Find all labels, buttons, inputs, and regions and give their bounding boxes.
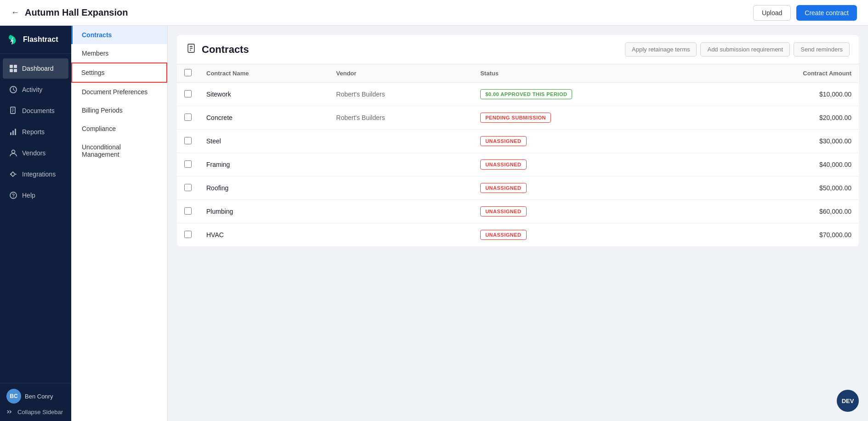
status-cell: UNASSIGNED: [473, 176, 715, 200]
help-icon: [9, 191, 17, 199]
sidebar-item-vendors[interactable]: Vendors: [3, 143, 68, 163]
row-checkbox-2[interactable]: [184, 137, 192, 144]
logo: Flashtract: [0, 26, 71, 54]
table-row[interactable]: FramingUNASSIGNED$40,000.00: [177, 153, 859, 176]
status-badge: UNASSIGNED: [480, 183, 526, 193]
submenu-item-unconditional-management[interactable]: Unconditional Management: [71, 138, 167, 164]
status-cell: PENDING SUBMISSION: [473, 106, 715, 130]
collapse-label: Collapse Sidebar: [17, 409, 63, 415]
row-checkbox-4[interactable]: [184, 184, 192, 191]
sidebar-item-label-integrations: Integrations: [22, 171, 56, 178]
sidebar-item-integrations[interactable]: Integrations: [3, 164, 68, 184]
vendor-cell: [329, 153, 473, 176]
table-row[interactable]: RoofingUNASSIGNED$50,000.00: [177, 176, 859, 200]
vendor-cell: [329, 200, 473, 223]
contract-name-cell: HVAC: [199, 223, 329, 247]
contract-name-cell: Roofing: [199, 176, 329, 200]
status-cell: UNASSIGNED: [473, 200, 715, 223]
submenu-item-billing-periods[interactable]: Billing Periods: [71, 101, 167, 119]
sidebar-item-dashboard[interactable]: Dashboard: [3, 58, 68, 79]
status-header: Status: [473, 64, 715, 83]
table-row[interactable]: ConcreteRobert's BuildersPENDING SUBMISS…: [177, 106, 859, 130]
collapse-sidebar-button[interactable]: Collapse Sidebar: [6, 408, 65, 415]
contract-name-cell: Framing: [199, 153, 329, 176]
send-reminders-button[interactable]: Send reminders: [794, 42, 850, 57]
upload-button[interactable]: Upload: [753, 5, 791, 21]
contracts-table: Contract Name Vendor Status Contract Amo…: [177, 64, 859, 247]
submenu-panel: Contracts Members Settings Document Pref…: [71, 26, 168, 421]
sidebar-item-activity[interactable]: Activity: [3, 80, 68, 100]
vendor-cell: Robert's Builders: [329, 106, 473, 130]
top-header: ← Autumn Hall Expansion Upload Create co…: [0, 0, 868, 26]
contracts-actions: Apply retainage terms Add submission req…: [625, 42, 850, 57]
contract-name-cell: Plumbing: [199, 200, 329, 223]
status-badge: UNASSIGNED: [480, 159, 526, 170]
status-badge: PENDING SUBMISSION: [480, 113, 551, 123]
sidebar-item-documents[interactable]: Documents: [3, 101, 68, 121]
amount-cell: $50,000.00: [715, 176, 859, 200]
contracts-title-row: Contracts: [186, 43, 249, 56]
dev-badge[interactable]: DEV: [837, 390, 859, 412]
amount-cell: $20,000.00: [715, 106, 859, 130]
sidebar: Flashtract Dashboard Activity: [0, 26, 71, 421]
apply-retainage-button[interactable]: Apply retainage terms: [625, 42, 697, 57]
amount-cell: $40,000.00: [715, 153, 859, 176]
header-right: Upload Create contract: [753, 5, 857, 21]
contract-name-header: Contract Name: [199, 64, 329, 83]
amount-cell: $70,000.00: [715, 223, 859, 247]
avatar: BC: [6, 389, 21, 404]
status-badge: UNASSIGNED: [480, 206, 526, 216]
contracts-page-icon: [186, 43, 197, 56]
row-checkbox-5[interactable]: [184, 207, 192, 215]
status-badge: $0.00 APPROVED THIS PERIOD: [480, 89, 572, 99]
sidebar-item-label-reports: Reports: [22, 128, 45, 136]
dashboard-icon: [9, 64, 17, 73]
contract-name-cell: Steel: [199, 130, 329, 153]
vendor-header: Vendor: [329, 64, 473, 83]
svg-point-12: [12, 150, 15, 154]
status-badge: UNASSIGNED: [480, 230, 526, 240]
submenu-item-settings[interactable]: Settings: [71, 63, 167, 83]
sidebar-item-reports[interactable]: Reports: [3, 122, 68, 142]
svg-rect-2: [10, 69, 13, 72]
svg-rect-9: [10, 132, 11, 135]
user-name: Ben Conry: [25, 393, 53, 400]
submenu-item-document-preferences[interactable]: Document Preferences: [71, 83, 167, 101]
sidebar-item-label-help: Help: [22, 192, 35, 199]
create-contract-button[interactable]: Create contract: [796, 5, 857, 21]
status-cell: UNASSIGNED: [473, 223, 715, 247]
status-cell: UNASSIGNED: [473, 130, 715, 153]
contract-name-cell: Concrete: [199, 106, 329, 130]
amount-header: Contract Amount: [715, 64, 859, 83]
row-checkbox-0[interactable]: [184, 90, 192, 97]
submenu-item-members[interactable]: Members: [71, 44, 167, 63]
integrations-icon: [9, 170, 17, 178]
vendor-cell: [329, 176, 473, 200]
svg-rect-0: [10, 65, 13, 68]
add-submission-button[interactable]: Add submission requirement: [700, 42, 790, 57]
contract-name-cell: Sitework: [199, 83, 329, 106]
svg-point-16: [13, 197, 14, 198]
main-content: Contracts Apply retainage terms Add subm…: [168, 26, 868, 421]
select-all-checkbox[interactable]: [184, 69, 192, 76]
table-row[interactable]: PlumbingUNASSIGNED$60,000.00: [177, 200, 859, 223]
submenu-item-contracts[interactable]: Contracts: [71, 26, 167, 44]
vendor-cell: Robert's Builders: [329, 83, 473, 106]
status-badge: UNASSIGNED: [480, 136, 526, 146]
table-row[interactable]: HVACUNASSIGNED$70,000.00: [177, 223, 859, 247]
sidebar-item-help[interactable]: Help: [3, 185, 68, 205]
contracts-title: Contracts: [202, 44, 249, 56]
row-checkbox-6[interactable]: [184, 231, 192, 238]
amount-cell: $60,000.00: [715, 200, 859, 223]
flashtract-logo-icon: [6, 33, 19, 46]
svg-rect-1: [14, 65, 17, 68]
user-row: BC Ben Conry: [6, 389, 65, 404]
table-row[interactable]: SiteworkRobert's Builders$0.00 APPROVED …: [177, 83, 859, 106]
sidebar-item-label-dashboard: Dashboard: [22, 65, 54, 72]
row-checkbox-1[interactable]: [184, 114, 192, 121]
submenu-item-compliance[interactable]: Compliance: [71, 119, 167, 138]
amount-cell: $30,000.00: [715, 130, 859, 153]
back-button[interactable]: ←: [11, 8, 19, 17]
table-row[interactable]: SteelUNASSIGNED$30,000.00: [177, 130, 859, 153]
row-checkbox-3[interactable]: [184, 160, 192, 168]
